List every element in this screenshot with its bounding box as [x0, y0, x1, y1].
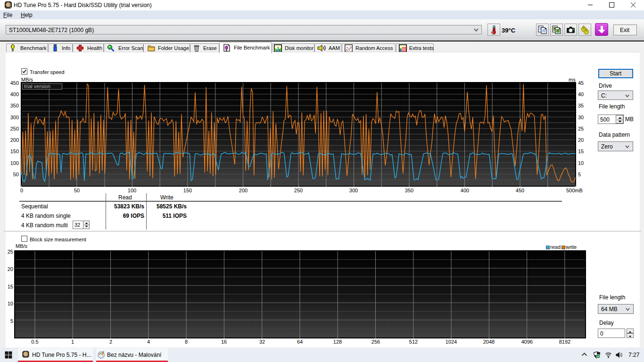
- svg-text:trial version: trial version: [24, 83, 50, 89]
